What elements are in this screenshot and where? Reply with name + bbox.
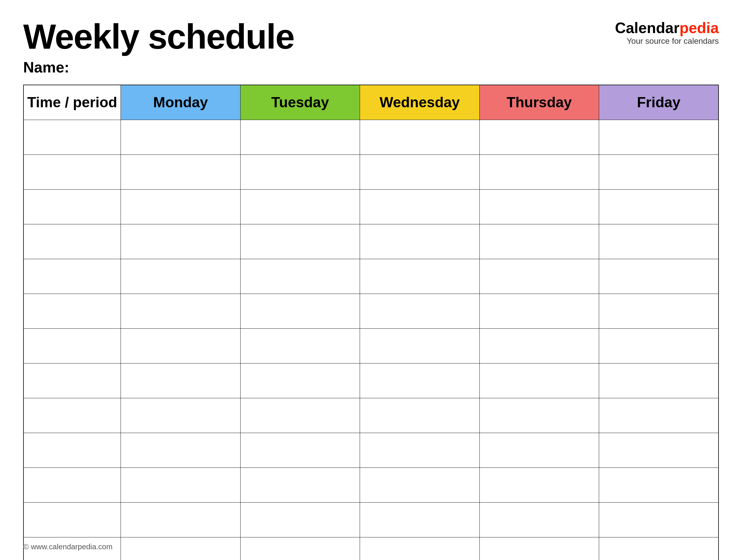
schedule-cell[interactable] [121,154,240,189]
time-cell[interactable] [23,433,121,467]
schedule-cell[interactable] [121,259,240,294]
logo-tagline: Your source for calendars [627,37,719,46]
schedule-cell[interactable] [360,502,479,537]
schedule-cell[interactable] [360,398,479,433]
schedule-cell[interactable] [599,154,719,189]
schedule-cell[interactable] [360,537,479,560]
schedule-cell[interactable] [479,537,599,560]
schedule-cell[interactable] [240,537,360,560]
schedule-cell[interactable] [240,433,360,467]
schedule-cell[interactable] [599,433,719,467]
schedule-cell[interactable] [360,120,479,154]
table-row [23,259,719,294]
schedule-cell[interactable] [599,398,719,433]
schedule-cell[interactable] [360,328,479,363]
logo-pedia-part: pedia [679,19,719,36]
time-cell[interactable] [23,154,121,189]
schedule-cell[interactable] [360,433,479,467]
schedule-cell[interactable] [121,433,240,467]
table-row [23,120,719,154]
schedule-cell[interactable] [599,189,719,224]
schedule-cell[interactable] [240,328,360,363]
schedule-cell[interactable] [240,502,360,537]
schedule-cell[interactable] [360,259,479,294]
table-row [23,433,719,467]
schedule-cell[interactable] [240,154,360,189]
schedule-cell[interactable] [121,224,240,259]
schedule-cell[interactable] [479,120,599,154]
schedule-cell[interactable] [479,328,599,363]
time-cell[interactable] [23,120,121,154]
col-header-friday: Friday [599,85,719,120]
schedule-cell[interactable] [360,154,479,189]
schedule-cell[interactable] [599,363,719,398]
schedule-cell[interactable] [599,328,719,363]
schedule-cell[interactable] [479,189,599,224]
schedule-cell[interactable] [599,467,719,502]
schedule-cell[interactable] [479,294,599,328]
schedule-cell[interactable] [599,502,719,537]
table-row [23,398,719,433]
schedule-cell[interactable] [121,120,240,154]
schedule-cell[interactable] [240,259,360,294]
schedule-cell[interactable] [599,259,719,294]
schedule-cell[interactable] [240,120,360,154]
schedule-cell[interactable] [479,502,599,537]
schedule-cell[interactable] [360,189,479,224]
schedule-cell[interactable] [121,189,240,224]
table-row [23,537,719,560]
time-cell[interactable] [23,467,121,502]
schedule-cell[interactable] [360,467,479,502]
schedule-cell[interactable] [240,398,360,433]
header-row: Time / period Monday Tuesday Wednesday T… [23,85,719,120]
time-cell[interactable] [23,259,121,294]
schedule-cell[interactable] [360,363,479,398]
schedule-body [23,120,719,560]
col-header-monday: Monday [121,85,240,120]
schedule-cell[interactable] [360,294,479,328]
table-row [23,224,719,259]
schedule-cell[interactable] [479,433,599,467]
col-header-thursday: Thursday [479,85,599,120]
schedule-cell[interactable] [121,398,240,433]
logo-text: Calendarpedia [615,20,719,35]
schedule-cell[interactable] [599,294,719,328]
schedule-cell[interactable] [479,467,599,502]
schedule-cell[interactable] [240,467,360,502]
time-cell[interactable] [23,398,121,433]
schedule-cell[interactable] [599,224,719,259]
footer: © www.calendarpedia.com [23,542,112,551]
schedule-cell[interactable] [479,398,599,433]
schedule-cell[interactable] [121,328,240,363]
table-row [23,154,719,189]
schedule-cell[interactable] [599,537,719,560]
schedule-cell[interactable] [121,502,240,537]
time-cell[interactable] [23,502,121,537]
time-cell[interactable] [23,189,121,224]
schedule-cell[interactable] [240,189,360,224]
schedule-cell[interactable] [479,363,599,398]
main-title: Weekly schedule [23,17,294,56]
schedule-cell[interactable] [479,259,599,294]
schedule-cell[interactable] [121,294,240,328]
schedule-cell[interactable] [240,363,360,398]
table-row [23,294,719,328]
schedule-cell[interactable] [599,120,719,154]
schedule-table: Time / period Monday Tuesday Wednesday T… [23,85,719,560]
schedule-cell[interactable] [121,363,240,398]
time-cell[interactable] [23,328,121,363]
schedule-cell[interactable] [121,467,240,502]
schedule-cell[interactable] [240,294,360,328]
col-header-time: Time / period [23,85,121,120]
schedule-cell[interactable] [360,224,479,259]
time-cell[interactable] [23,294,121,328]
schedule-cell[interactable] [240,224,360,259]
table-row [23,328,719,363]
table-row [23,467,719,502]
time-cell[interactable] [23,363,121,398]
time-cell[interactable] [23,224,121,259]
schedule-cell[interactable] [121,537,240,560]
schedule-cell[interactable] [479,154,599,189]
schedule-cell[interactable] [479,224,599,259]
table-row [23,189,719,224]
